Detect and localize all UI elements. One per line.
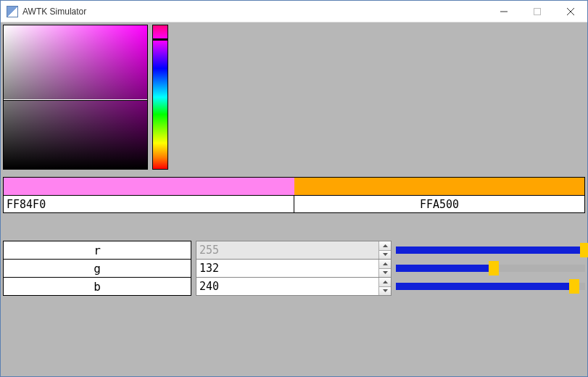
rgb-label-b: b	[3, 277, 191, 296]
close-icon	[567, 8, 574, 15]
maximize-button[interactable]	[521, 1, 554, 22]
rgb-slider-r[interactable]	[396, 241, 585, 260]
spin-up-r[interactable]	[379, 241, 391, 251]
rgb-slider-g[interactable]	[396, 259, 585, 278]
rgb-slider-b[interactable]	[396, 277, 585, 296]
rgb-input-g[interactable]	[196, 260, 378, 277]
spin-up-g[interactable]	[379, 260, 391, 269]
rgb-row-r: r	[3, 241, 585, 260]
rgb-spin-b[interactable]	[196, 277, 392, 296]
client-area: FF84F0 FFA500 r g	[1, 22, 587, 376]
app-window: AWTK Simulator FF84F0 FFA500	[0, 0, 588, 377]
spin-buttons-r	[378, 241, 391, 259]
svg-rect-1	[534, 8, 541, 14]
spin-down-b[interactable]	[379, 287, 391, 296]
chevron-down-icon	[383, 271, 388, 274]
spin-buttons-g	[378, 260, 391, 277]
chevron-up-icon	[383, 244, 388, 247]
hex-left: FF84F0	[4, 196, 294, 212]
hue-strip[interactable]	[152, 25, 168, 170]
rgb-label-g: g	[3, 259, 191, 278]
chevron-down-icon	[383, 253, 388, 256]
chevron-up-icon	[383, 262, 388, 265]
hex-row: FF84F0 FFA500	[3, 196, 585, 213]
chevron-down-icon	[383, 289, 388, 292]
window-title: AWTK Simulator	[22, 7, 86, 17]
minimize-button[interactable]	[487, 1, 521, 22]
slider-thumb-g[interactable]	[489, 261, 499, 276]
swatch-right[interactable]	[294, 178, 585, 195]
color-swatch-bar	[3, 177, 585, 196]
spin-buttons-b	[378, 278, 391, 295]
slider-thumb-r[interactable]	[580, 243, 588, 257]
swatch-left[interactable]	[4, 178, 294, 195]
hue-marker	[152, 38, 168, 41]
slider-thumb-b[interactable]	[569, 279, 579, 294]
rgb-row-g: g	[3, 259, 585, 278]
rgb-spin-g[interactable]	[196, 259, 392, 278]
close-button[interactable]	[554, 1, 587, 22]
sv-cursor	[4, 99, 147, 101]
rgb-row-b: b	[3, 277, 585, 296]
spin-down-r[interactable]	[379, 251, 391, 260]
rgb-input-r	[196, 241, 378, 259]
app-icon	[7, 6, 18, 17]
hex-right: FFA500	[294, 196, 584, 212]
rgb-spin-r	[196, 241, 392, 260]
spin-down-g[interactable]	[379, 269, 391, 278]
maximize-icon	[534, 8, 541, 15]
spin-up-b[interactable]	[379, 278, 391, 287]
titlebar: AWTK Simulator	[1, 1, 587, 22]
rgb-input-b[interactable]	[196, 278, 378, 295]
rgb-controls: r g	[3, 241, 585, 296]
minimize-icon	[500, 8, 508, 15]
saturation-value-panel[interactable]	[3, 25, 148, 170]
chevron-up-icon	[383, 281, 388, 283]
rgb-label-r: r	[3, 241, 191, 260]
